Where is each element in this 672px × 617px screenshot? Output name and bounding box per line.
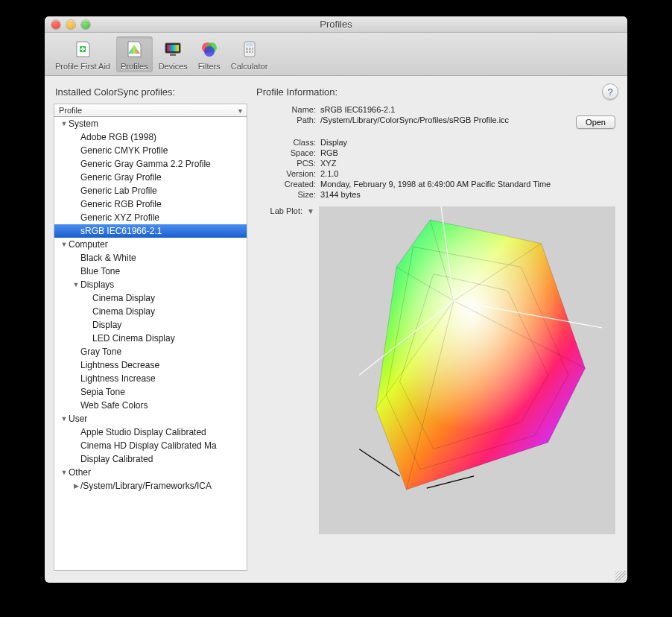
titlebar[interactable]: Profiles bbox=[45, 16, 627, 33]
pcs-value: XYZ bbox=[320, 159, 571, 168]
name-label: Name: bbox=[268, 105, 316, 114]
profile-column-header[interactable]: Profile ▾ bbox=[54, 104, 247, 117]
svg-rect-2 bbox=[80, 48, 85, 50]
profile-info-grid: Name: sRGB IEC61966-2.1 Path: /System/Li… bbox=[268, 105, 615, 199]
tree-item[interactable]: Cinema Display bbox=[54, 291, 247, 305]
tree-group[interactable]: ▶/System/Library/Frameworks/ICA bbox=[54, 479, 247, 493]
tree-label: Generic Lab Profile bbox=[80, 186, 157, 196]
tree-group[interactable]: ▼Displays bbox=[54, 278, 247, 291]
svg-rect-6 bbox=[170, 54, 176, 56]
toolbar-label: Profiles bbox=[121, 62, 148, 71]
tree-label: Sepia Tone bbox=[80, 387, 125, 397]
toolbar-label: Profile First Aid bbox=[55, 62, 110, 71]
disclosure-triangle-icon[interactable]: ▼ bbox=[72, 281, 80, 288]
tree-label: System bbox=[69, 118, 98, 129]
tree-item[interactable]: Generic XYZ Profile bbox=[54, 211, 247, 224]
tree-group[interactable]: ▼Computer bbox=[54, 238, 247, 251]
tree-label: Cinema Display bbox=[92, 293, 155, 303]
svg-rect-13 bbox=[249, 48, 251, 50]
tree-item[interactable]: Apple Studio Display Calibrated bbox=[54, 425, 247, 439]
toolbar-item-calculator[interactable]: Calculator bbox=[226, 37, 273, 72]
tree-item[interactable]: Generic Lab Profile bbox=[54, 184, 247, 197]
svg-rect-17 bbox=[252, 51, 253, 53]
tree-item[interactable]: Generic RGB Profile bbox=[54, 197, 247, 211]
disclosure-triangle-icon[interactable]: ▶ bbox=[72, 482, 80, 490]
tree-group[interactable]: ▼System bbox=[54, 117, 247, 130]
svg-point-9 bbox=[204, 46, 215, 57]
toolbar-label: Filters bbox=[198, 62, 221, 71]
tree-item[interactable]: Generic Gray Profile bbox=[54, 171, 247, 184]
svg-rect-11 bbox=[246, 43, 253, 46]
tree-item[interactable]: Lightness Decrease bbox=[54, 358, 247, 372]
tree-label: Lightness Decrease bbox=[80, 360, 159, 370]
tree-item[interactable]: Sepia Tone bbox=[54, 385, 247, 399]
path-value: /System/Library/ColorSync/Profiles/sRGB … bbox=[320, 116, 571, 129]
svg-rect-14 bbox=[252, 48, 253, 50]
toolbar-label: Calculator bbox=[231, 62, 268, 71]
profile-tree[interactable]: ▼SystemAdobe RGB (1998)Generic CMYK Prof… bbox=[54, 117, 247, 571]
tree-item[interactable]: Black & White bbox=[54, 251, 247, 265]
disclosure-triangle-icon[interactable]: ▼ bbox=[60, 415, 68, 423]
tree-group[interactable]: ▼Other bbox=[54, 466, 247, 479]
tree-item[interactable]: Cinema Display bbox=[54, 305, 247, 318]
tree-label: User bbox=[69, 414, 87, 424]
profiles-icon bbox=[123, 38, 145, 60]
tree-item[interactable]: LED Cinema Display bbox=[54, 332, 247, 345]
tree-label: Lightness Increase bbox=[80, 373, 156, 384]
tree-label: Adobe RGB (1998) bbox=[80, 132, 156, 142]
devices-icon bbox=[162, 38, 184, 60]
tree-label: Generic RGB Profile bbox=[80, 199, 162, 209]
open-button[interactable]: Open bbox=[576, 116, 615, 129]
tree-label: Display bbox=[92, 320, 121, 330]
tree-label: Blue Tone bbox=[80, 266, 120, 276]
version-value: 2.1.0 bbox=[320, 169, 571, 178]
size-label: Size: bbox=[268, 190, 316, 199]
toolbar-item-profiles[interactable]: Profiles bbox=[116, 37, 153, 72]
lab-plot-row: Lab Plot: ▼ bbox=[267, 206, 618, 534]
tree-item[interactable]: Display bbox=[54, 318, 247, 332]
lab-plot-area[interactable] bbox=[319, 206, 615, 534]
gamut-plot-icon bbox=[319, 206, 615, 503]
class-label: Class: bbox=[268, 138, 316, 147]
disclosure-triangle-icon[interactable]: ▼ bbox=[60, 241, 68, 248]
tree-label: Generic Gray Profile bbox=[80, 172, 162, 183]
tree-label: Cinema Display bbox=[92, 306, 155, 317]
tree-label: LED Cinema Display bbox=[92, 333, 175, 344]
tree-item[interactable]: Adobe RGB (1998) bbox=[54, 130, 247, 144]
lab-plot-disclosure-icon[interactable]: ▼ bbox=[307, 207, 314, 215]
tree-item[interactable]: Web Safe Colors bbox=[54, 399, 247, 412]
tree-item[interactable]: Cinema HD Display Calibrated Ma bbox=[54, 439, 247, 452]
svg-marker-19 bbox=[376, 220, 585, 490]
tree-item[interactable]: Gray Tone bbox=[54, 345, 247, 358]
tree-group[interactable]: ▼User bbox=[54, 412, 247, 425]
size-value: 3144 bytes bbox=[320, 190, 571, 199]
created-value: Monday, February 9, 1998 at 6:49:00 AM P… bbox=[320, 180, 571, 189]
window-title: Profiles bbox=[45, 19, 627, 30]
tree-item[interactable]: Lightness Increase bbox=[54, 372, 247, 385]
tree-label: Generic XYZ Profile bbox=[80, 212, 159, 223]
svg-rect-15 bbox=[246, 51, 248, 53]
calculator-icon bbox=[238, 38, 261, 60]
class-value: Display bbox=[320, 138, 571, 147]
tree-label: Black & White bbox=[80, 253, 136, 263]
version-label: Version: bbox=[268, 169, 316, 178]
pcs-label: PCS: bbox=[268, 159, 316, 168]
tree-label: /System/Library/Frameworks/ICA bbox=[80, 481, 212, 491]
resize-grip-icon[interactable] bbox=[615, 571, 626, 581]
tree-label: Display Calibrated bbox=[80, 454, 153, 464]
toolbar-item-profile-first-aid[interactable]: Profile First Aid bbox=[51, 37, 115, 72]
tree-item[interactable]: Display Calibrated bbox=[54, 452, 247, 466]
tree-item[interactable]: Blue Tone bbox=[54, 265, 247, 278]
tree-item[interactable]: sRGB IEC61966-2.1 bbox=[54, 224, 247, 238]
toolbar-item-devices[interactable]: Devices bbox=[154, 37, 192, 72]
toolbar-item-filters[interactable]: Filters bbox=[194, 37, 225, 72]
space-label: Space: bbox=[268, 148, 316, 157]
disclosure-triangle-icon[interactable]: ▼ bbox=[60, 120, 68, 127]
help-button[interactable]: ? bbox=[602, 83, 618, 100]
installed-profiles-label: Installed ColorSync profiles: bbox=[55, 86, 247, 98]
left-pane: Installed ColorSync profiles: Profile ▾ … bbox=[54, 83, 247, 571]
tree-item[interactable]: Generic CMYK Profile bbox=[54, 144, 247, 157]
tree-item[interactable]: Generic Gray Gamma 2.2 Profile bbox=[54, 157, 247, 171]
svg-rect-16 bbox=[249, 51, 251, 53]
disclosure-triangle-icon[interactable]: ▼ bbox=[60, 469, 68, 476]
